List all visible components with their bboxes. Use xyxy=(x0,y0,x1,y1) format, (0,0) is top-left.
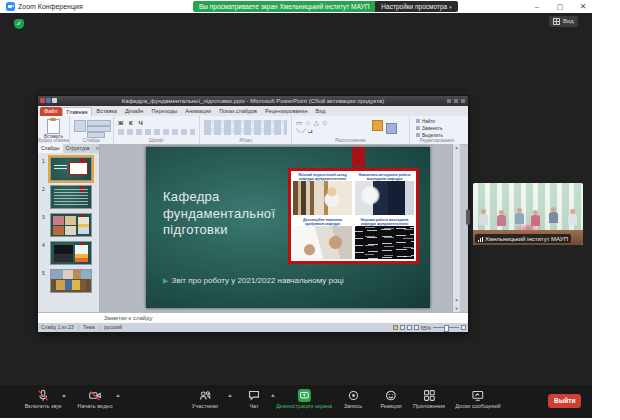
group-clipboard: Вставить Буфер обмена xyxy=(38,116,70,144)
slide-title: Кафедра фундаментальної підготовки xyxy=(163,189,275,239)
quick-styles-icon[interactable] xyxy=(386,123,397,134)
leave-button[interactable]: Выйти xyxy=(548,394,581,408)
panel-tab-outline[interactable]: Структура xyxy=(63,144,93,153)
ribbon: Вставить Буфер обмена Слайды Ж К Ч Шрифт xyxy=(38,116,468,145)
slide-thumbnail-5[interactable]: 5 xyxy=(50,269,95,293)
zoom-toolbar: Включить звук Начать видео Участники 8 xyxy=(0,385,592,418)
slideshow-button[interactable] xyxy=(414,325,419,330)
powerpoint-titlebar: Кафедра_фундаментальної_підготовки.pptx … xyxy=(38,96,468,106)
arrange-icon[interactable] xyxy=(372,120,383,131)
reading-view-button[interactable] xyxy=(407,325,412,330)
tab-home[interactable]: Главная xyxy=(62,107,93,116)
participants-count-badge: 8 xyxy=(208,392,211,398)
share-banner: Вы просматриваете экран Хмельницький інс… xyxy=(193,1,458,12)
apps-icon xyxy=(423,389,436,402)
zoom-titlebar: Zoom Конференция Вы просматриваете экран… xyxy=(0,0,592,13)
quick-access-toolbar[interactable] xyxy=(40,98,57,103)
new-slide-icon[interactable] xyxy=(74,120,86,132)
ribbon-tabs: Файл Главная Вставка Дизайн Переходы Ани… xyxy=(38,106,468,116)
tab-file[interactable]: Файл xyxy=(40,107,62,116)
books-photo xyxy=(355,181,414,215)
maximize-button[interactable]: ▢ xyxy=(552,1,568,12)
theme-name: Тема xyxy=(83,323,95,332)
participant-name-tag: Хмельницький інститут МАУП xyxy=(475,234,571,243)
slide-image-collage: Якісний педагогічний склад кафедри фунда… xyxy=(288,168,419,264)
fit-to-window-button[interactable] xyxy=(461,325,466,330)
share-screen-button[interactable]: Демонстрация экрана xyxy=(276,389,332,409)
video-off-icon xyxy=(88,389,101,402)
participants-caret[interactable] xyxy=(228,394,232,397)
replace-button[interactable]: Заменить xyxy=(416,126,442,132)
meeting-content: ✓ Вид Кафедра_фундаментальної_підготовки… xyxy=(0,13,592,385)
group-slides: Слайды xyxy=(70,116,114,144)
slide-thumbnail-1[interactable]: 1 xyxy=(50,157,95,181)
record-button[interactable]: Запись xyxy=(344,389,362,409)
participant-video[interactable]: Хмельницький інститут МАУП xyxy=(473,183,583,245)
zoom-app-icon xyxy=(6,2,15,11)
record-icon xyxy=(346,389,359,402)
group-paragraph: Абзац xyxy=(200,116,292,144)
video-options-caret[interactable] xyxy=(116,394,120,397)
group-drawing: ▭ ○ △ ⬦ ⟍ ⟋ ❏ Расположение xyxy=(292,116,410,144)
group-editing: Найти Заменить Выделить Редактирование xyxy=(410,116,464,144)
shapes-gallery-icon[interactable]: ▭ ○ △ ⬦ xyxy=(296,119,328,127)
collage-cell: Наукова робота викладачів кафедри фундам… xyxy=(355,218,414,260)
tab-slideshow[interactable]: Показ слайдов xyxy=(215,107,261,116)
grid-icon xyxy=(553,18,560,25)
whiteboards-button[interactable]: Доски сообщений xyxy=(455,389,500,409)
library-photo xyxy=(293,181,352,215)
tab-design[interactable]: Дизайн xyxy=(121,107,148,116)
bullet-arrow-icon: ▶ xyxy=(163,277,168,284)
minimize-button[interactable]: – xyxy=(529,1,545,12)
group-font: Ж К Ч Шрифт xyxy=(114,116,200,144)
tab-transitions[interactable]: Переходы xyxy=(147,107,181,116)
slide-scrollbar[interactable]: ▲▲▼ xyxy=(452,144,460,312)
paragraph-buttons[interactable] xyxy=(204,120,287,135)
tab-view[interactable]: Вид xyxy=(312,107,330,116)
reactions-button[interactable]: Реакции xyxy=(380,389,401,409)
slide-red-ribbon xyxy=(352,147,365,170)
powerpoint-window: Кафедра_фундаментальної_підготовки.pptx … xyxy=(38,96,468,332)
slide-thumbnail-3[interactable]: 3 xyxy=(50,213,95,237)
language-indicator[interactable]: русский xyxy=(104,323,122,332)
blackboard-photo xyxy=(355,226,414,260)
chat-caret[interactable] xyxy=(271,394,275,397)
unmute-button[interactable]: Включить звук xyxy=(25,389,62,409)
collage-cell: Якісний педагогічний склад кафедри фунда… xyxy=(293,173,352,215)
video-panel-handle[interactable] xyxy=(466,209,470,225)
slide-bullet: ▶Звіт про роботу у 2021/2022 навчальному… xyxy=(163,276,344,285)
apps-button[interactable]: Приложения xyxy=(413,389,445,409)
app-title: Zoom Конференция xyxy=(18,3,83,10)
panel-tab-slides[interactable]: Слайды xyxy=(38,144,63,153)
audio-options-caret[interactable] xyxy=(62,394,66,397)
zoom-window: Zoom Конференция Вы просматриваете экран… xyxy=(0,0,592,418)
slide-thumbnail-2[interactable]: 2 xyxy=(50,185,95,209)
zoom-slider[interactable] xyxy=(433,327,459,328)
start-video-button[interactable]: Начать видео xyxy=(78,389,113,409)
powerpoint-statusbar: Слайд 1 из 23 | Тема | русский 65% xyxy=(38,323,468,332)
chat-button[interactable]: Чат xyxy=(248,389,261,409)
paste-icon[interactable] xyxy=(47,119,60,134)
collage-cell: Дистанційне навчання здобувачів кафедри … xyxy=(293,218,352,260)
bold-italic-underline-icons[interactable]: Ж К Ч xyxy=(118,120,145,126)
close-button[interactable]: ✕ xyxy=(575,1,591,12)
find-button[interactable]: Найти xyxy=(416,119,435,125)
encryption-shield-icon[interactable]: ✓ xyxy=(14,19,24,29)
tab-review[interactable]: Рецензирование xyxy=(261,107,311,116)
view-settings-button[interactable]: Настройки просмотра▾ xyxy=(375,1,457,12)
slide-thumbnail-4[interactable]: 4 xyxy=(50,241,95,265)
notes-pane[interactable]: Заметки к слайду xyxy=(38,312,468,323)
share-banner-text: Вы просматриваете экран Хмельницький інс… xyxy=(193,1,375,12)
tab-insert[interactable]: Вставка xyxy=(92,107,120,116)
collage-cell: Навчально-методична робота викладачів ка… xyxy=(355,173,414,215)
tab-animations[interactable]: Анимации xyxy=(181,107,215,116)
slide-counter: Слайд 1 из 23 xyxy=(41,323,74,332)
view-button[interactable]: Вид xyxy=(549,16,578,27)
reactions-icon xyxy=(385,389,398,402)
participants-button[interactable]: Участники 8 xyxy=(192,389,218,409)
powerpoint-window-controls[interactable] xyxy=(447,99,465,103)
slide-sorter-button[interactable] xyxy=(400,325,405,330)
audio-level-icon xyxy=(478,237,483,242)
normal-view-button[interactable] xyxy=(393,325,398,330)
chevron-down-icon: ▾ xyxy=(449,4,452,10)
